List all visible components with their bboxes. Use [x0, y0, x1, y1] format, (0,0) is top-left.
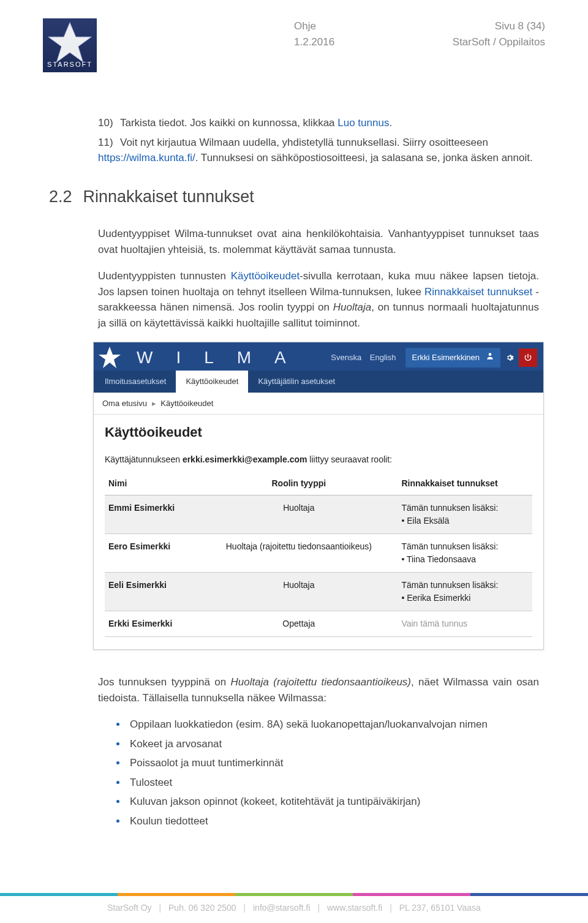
footer-company: StarSoft Oy — [107, 903, 151, 913]
list-item: Tulosteet — [116, 775, 539, 791]
crumb-separator-icon: ▸ — [152, 399, 156, 408]
numbered-list: 10)Tarkista tiedot. Jos kaikki on kunnos… — [98, 115, 539, 166]
svg-point-2 — [489, 353, 492, 356]
list-item: Poissaolot ja muut tuntimerkinnät — [116, 755, 539, 771]
header-right-col: Sivu 8 (34) StarSoft / Oppilaitos — [453, 18, 545, 50]
table-row: Eero Esimerkki Huoltaja (rajoitettu tied… — [105, 534, 532, 573]
header-left-col: Ohje 1.2.2016 — [294, 18, 334, 50]
col-rinnakkaiset: Rinnakkaiset tunnukset — [398, 472, 532, 495]
tab-kayttooikeudet[interactable]: Käyttöoikeudet — [176, 371, 248, 393]
crumb-home[interactable]: Oma etusivu — [102, 399, 147, 408]
paragraph: Jos tunnuksen tyyppinä on Huoltaja (rajo… — [98, 674, 539, 706]
list-num: 10) — [98, 115, 120, 131]
user-chip[interactable]: Erkki Esimerkkinen — [405, 348, 500, 367]
bullet-list: Oppilaan luokkatiedon (esim. 8A) sekä lu… — [98, 717, 539, 829]
header-page: Sivu 8 (34) — [453, 18, 545, 34]
footer-phone: Puh. 06 320 2500 — [168, 903, 236, 913]
roles-intro: Käyttäjätunnukseen erkki.esimerkki@examp… — [105, 453, 532, 466]
svg-marker-1 — [99, 347, 121, 368]
logo-text: STARSOFT — [43, 59, 97, 70]
logout-icon[interactable] — [519, 348, 537, 367]
link-luo-tunnus: Luo tunnus — [337, 117, 389, 129]
tab-ilmoitusasetukset[interactable]: Ilmoitusasetukset — [95, 371, 176, 393]
lang-english[interactable]: English — [370, 353, 396, 362]
section-heading: 2.2Rinnakkaiset tunnukset — [43, 184, 539, 209]
list-item: Kokeet ja arvosanat — [116, 736, 539, 752]
user-icon — [486, 352, 494, 364]
paragraph: Uudentyyppisten tunnusten Käyttöoikeudet… — [98, 268, 539, 331]
col-roolin-tyyppi: Roolin tyyppi — [200, 472, 398, 495]
starsoft-logo: STARSOFT — [43, 18, 97, 72]
list-num: 11) — [98, 135, 120, 151]
breadcrumb: Oma etusivu ▸ Käyttöoikeudet — [94, 393, 543, 415]
header-title: Ohje — [294, 18, 334, 34]
list-item: 10)Tarkista tiedot. Jos kaikki on kunnos… — [98, 115, 539, 131]
header-org: StarSoft / Oppilaitos — [453, 34, 545, 50]
table-row: Eeli Esimerkki Huoltaja Tämän tunnuksen … — [105, 573, 532, 611]
tab-kayttajatilin-asetukset[interactable]: Käyttäjätilin asetukset — [248, 371, 345, 393]
list-item: Oppilaan luokkatiedon (esim. 8A) sekä lu… — [116, 717, 539, 733]
settings-icon[interactable] — [500, 348, 519, 367]
table-row: Erkki Esimerkki Opettaja Vain tämä tunnu… — [105, 611, 532, 637]
page-title: Käyttöoikeudet — [105, 422, 532, 442]
svg-marker-0 — [48, 22, 92, 62]
table-row: Emmi Esimerkki Huoltaja Tämän tunnuksen … — [105, 495, 532, 534]
lang-svenska[interactable]: Svenska — [331, 353, 361, 362]
wilma-logo-icon — [97, 345, 122, 370]
footer-web: www.starsoft.fi — [327, 903, 382, 913]
language-switcher: Svenska English — [331, 352, 402, 364]
header-date: 1.2.2016 — [294, 34, 334, 50]
user-email: erkki.esimerkki@example.com — [183, 454, 307, 464]
link-wilma-url: https://wilma.kunta.fi/ — [98, 152, 195, 164]
wilma-tabs: Ilmoitusasetukset Käyttöoikeudet Käyttäj… — [94, 371, 543, 393]
crumb-current: Käyttöoikeudet — [160, 399, 213, 408]
paragraph: Uudentyyppiset Wilma-tunnukset ovat aina… — [98, 226, 539, 257]
document-header: STARSOFT Ohje 1.2.2016 Sivu 8 (34) StarS… — [43, 18, 545, 72]
footer: StarSoft Oy | Puh. 06 320 2500 | info@st… — [0, 902, 588, 914]
footer-address: PL 237, 65101 Vaasa — [399, 903, 481, 913]
list-item: 11)Voit nyt kirjautua Wilmaan uudella, y… — [98, 135, 539, 166]
link-kayttooikeudet: Käyttöoikeudet — [231, 270, 300, 282]
roles-table: Nimi Roolin tyyppi Rinnakkaiset tunnukse… — [105, 472, 532, 637]
footer-email: info@starsoft.fi — [253, 903, 311, 913]
link-rinnakkaiset: Rinnakkaiset tunnukset — [424, 286, 532, 298]
list-item: Koulun tiedotteet — [116, 813, 539, 829]
list-item: Kuluvan jakson opinnot (kokeet, kotiteht… — [116, 794, 539, 810]
footer-color-bars — [0, 893, 588, 896]
wilma-screenshot: WILMA Svenska English Erkki Esimerkkinen — [93, 342, 544, 650]
col-nimi: Nimi — [105, 472, 200, 495]
wilma-topbar: WILMA Svenska English Erkki Esimerkkinen — [94, 342, 543, 371]
wilma-wordmark: WILMA — [128, 345, 331, 371]
